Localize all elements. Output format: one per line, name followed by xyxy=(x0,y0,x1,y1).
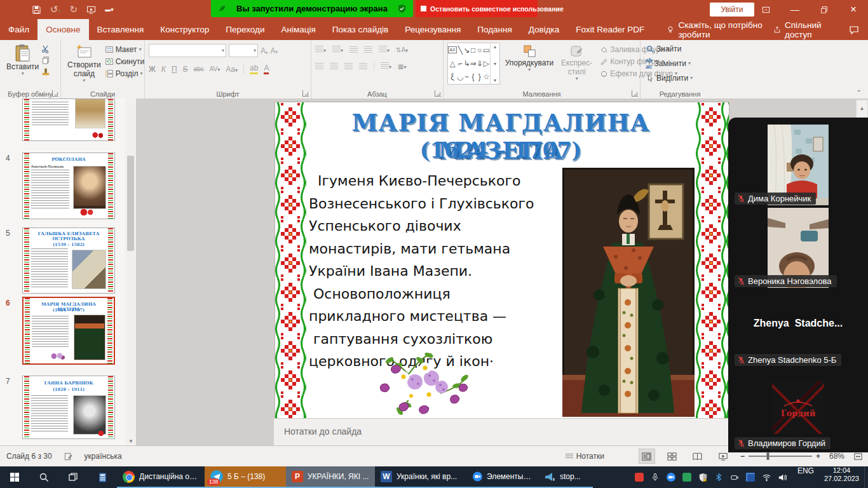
tray-volume-icon[interactable] xyxy=(775,473,790,482)
shape-scribble-icon[interactable]: ξ xyxy=(451,72,454,81)
font-size-combobox[interactable]: ▾ xyxy=(229,44,258,57)
shape-rounded-rectangle-icon[interactable]: ▭ xyxy=(483,46,490,55)
shape-right-arrow-icon[interactable]: ⇒ xyxy=(470,59,477,68)
normal-view-button[interactable] xyxy=(639,449,655,464)
shape-textbox-icon[interactable]: A≡ xyxy=(448,46,457,53)
bold-button[interactable]: Ж xyxy=(149,65,156,74)
tray-bluetooth-icon[interactable] xyxy=(712,473,726,482)
start-button[interactable] xyxy=(0,466,29,488)
close-button[interactable]: × xyxy=(839,0,868,19)
copy-icon[interactable] xyxy=(41,56,50,65)
clipboard-dialog-launcher[interactable] xyxy=(52,90,58,97)
replace-button[interactable]: abac Замінити▾ xyxy=(644,57,717,71)
tray-notification-app-icon[interactable] xyxy=(632,473,647,482)
grow-font-icon[interactable]: A▴ xyxy=(261,46,268,55)
fit-slide-to-window-icon[interactable] xyxy=(853,452,863,461)
tab-design[interactable]: Конструктор xyxy=(152,19,217,40)
character-spacing-button[interactable]: AV▾ xyxy=(210,65,220,72)
shape-oval-icon[interactable]: ○ xyxy=(477,46,482,55)
tab-foxit[interactable]: Foxit Reader PDF xyxy=(567,19,653,40)
align-right-button[interactable] xyxy=(344,63,353,69)
zoom-in-icon[interactable]: + xyxy=(816,452,820,461)
shape-arc-icon[interactable]: ◡ xyxy=(457,72,463,81)
restore-button[interactable] xyxy=(810,0,839,19)
columns-button[interactable]: ▾ xyxy=(381,62,391,71)
find-button[interactable]: Знайти xyxy=(644,44,717,54)
shape-elbow-icon[interactable]: ⌐ xyxy=(458,59,463,68)
taskbar-zoom-window[interactable]: Элементы упра... xyxy=(467,466,538,488)
calculator-app-icon[interactable] xyxy=(88,466,117,488)
tab-animations[interactable]: Анімація xyxy=(273,19,323,40)
ribbon-display-options-button[interactable] xyxy=(751,0,780,19)
tray-defender-icon[interactable] xyxy=(696,473,710,482)
quick-styles-button[interactable]: Експрес-стилі ▾ xyxy=(559,43,595,87)
zoom-slider-track[interactable] xyxy=(749,456,812,457)
zoom-level[interactable]: 68% xyxy=(829,452,844,461)
change-case-button[interactable]: Aa▾ xyxy=(226,65,238,74)
redo-icon[interactable]: ↻ xyxy=(70,4,78,15)
taskbar-powerpoint-window[interactable]: P УКРАЇНКИ, ЯКІ ... xyxy=(286,466,375,488)
shape-left-brace-icon[interactable]: { xyxy=(472,72,475,81)
start-slideshow-icon[interactable] xyxy=(86,5,96,15)
taskbar-word-window[interactable]: W Українки, які вр... xyxy=(375,466,467,488)
comments-button[interactable] xyxy=(849,19,859,40)
shape-callout-icon[interactable]: ▷ xyxy=(484,59,489,68)
current-slide[interactable]: МАРІЯ МАГДАЛИНА МАЗЕПА (1624 – 1707) Ігу… xyxy=(275,102,729,419)
align-left-button[interactable] xyxy=(315,63,323,69)
tab-insert[interactable]: Вставлення xyxy=(89,19,153,40)
section-button[interactable]: Розділ▾ xyxy=(104,69,146,79)
increase-indent-button[interactable] xyxy=(364,46,372,53)
shape-star-icon[interactable]: ☆ xyxy=(483,72,490,81)
shapes-gallery-scrollbar[interactable]: ▲▼▼ xyxy=(490,43,499,84)
slide-sorter-view-button[interactable] xyxy=(664,449,681,464)
strikethrough-button[interactable]: S xyxy=(183,65,188,74)
bullets-button[interactable]: ▾ xyxy=(315,45,326,54)
drawing-dialog-launcher[interactable] xyxy=(632,90,638,97)
highlight-color-button[interactable]: ab xyxy=(250,64,258,74)
slide-thumbnail-5[interactable]: ГАЛЬШКА ЕЛИЗАВЕТА ОСТРОЗЬКА (1539 – 1582… xyxy=(22,227,115,294)
spell-check-icon[interactable] xyxy=(64,452,73,461)
taskbar-clock[interactable]: 12:04 27.02.2023 xyxy=(819,466,864,488)
slide-body-text[interactable]: Ігуменя Києво-Печерського Вознесенського… xyxy=(309,170,569,373)
slide-thumbnail-7[interactable]: ГАННА БАРВІНОК (1828 – 1911) xyxy=(22,376,115,439)
slide-thumbnail-3-partial[interactable] xyxy=(22,98,115,141)
taskbar-chrome-window[interactable]: Дистанційна ос... xyxy=(117,466,205,488)
zoom-slider-thumb[interactable] xyxy=(766,452,770,460)
tray-microphone-icon[interactable] xyxy=(648,473,663,482)
tray-zoom-icon[interactable] xyxy=(664,473,679,482)
text-direction-button[interactable]: ⇅A▾ xyxy=(396,46,408,53)
thumbnails-scrollbar-thumb[interactable] xyxy=(127,156,134,251)
tab-home[interactable]: Основне xyxy=(37,19,88,40)
tray-power-plug-icon[interactable] xyxy=(728,473,742,482)
slide-thumbnail-6-selected[interactable]: МАРІЯ МАГДАЛИНА МАЗЕПА (1624 – 1707) xyxy=(22,297,115,365)
shape-elbow-arrow-icon[interactable]: ↳ xyxy=(464,59,470,68)
tray-green-app-icon[interactable] xyxy=(680,473,695,482)
tell-me-box[interactable]: Скажіть, що потрібно зробити xyxy=(667,19,773,40)
tray-wifi-icon[interactable] xyxy=(759,473,774,482)
shape-triangle-icon[interactable]: △ xyxy=(449,59,455,68)
zoom-slider[interactable]: − + xyxy=(740,452,820,461)
numbering-button[interactable]: ▾ xyxy=(332,45,343,54)
taskbar-search-button[interactable] xyxy=(29,466,58,488)
reading-view-button[interactable] xyxy=(689,449,706,464)
paste-button[interactable]: Вставити ▾ xyxy=(4,43,41,87)
layout-button[interactable]: Макет▾ xyxy=(104,44,146,55)
shape-line-icon[interactable]: ╲ xyxy=(458,46,463,55)
tab-review[interactable]: Рецензування xyxy=(397,19,469,40)
thumbnails-scrollbar[interactable]: ▼ xyxy=(125,98,137,445)
tab-file[interactable]: Файл xyxy=(0,19,37,40)
italic-button[interactable]: К xyxy=(161,65,166,74)
shape-arrow-icon[interactable]: ↘ xyxy=(464,46,470,55)
shapes-gallery[interactable]: A≡ ╲ ↘ □ ○ ▭ △ ⌐ ↳ ⇒ ⇓ ▷ ξ ◡ ~ xyxy=(447,43,500,85)
new-slide-button[interactable]: Створити слайд ▾ xyxy=(65,43,104,87)
thumbnails-scroll-down-icon[interactable]: ▼ xyxy=(125,438,137,444)
cut-icon[interactable] xyxy=(41,44,50,53)
show-desktop-button[interactable] xyxy=(864,466,868,488)
paragraph-dialog-launcher[interactable] xyxy=(435,90,441,97)
shrink-font-icon[interactable]: A▾ xyxy=(271,46,278,55)
format-painter-icon[interactable] xyxy=(41,67,50,76)
select-button[interactable]: Виділити▾ xyxy=(644,73,717,83)
shape-down-arrow-icon[interactable]: ⇓ xyxy=(477,59,483,68)
slide-title-years[interactable]: (1624 – 1707) xyxy=(313,138,688,163)
stop-sharing-banner[interactable]: Остановить совместное использование xyxy=(416,0,538,17)
